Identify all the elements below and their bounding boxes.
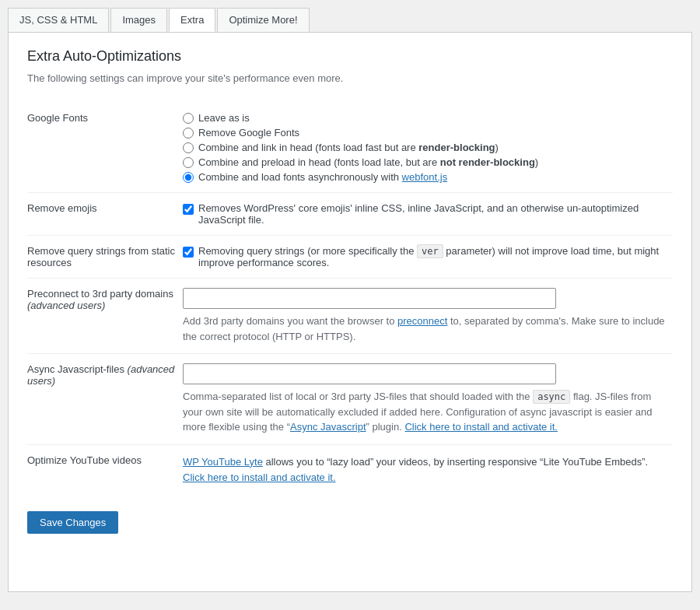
install-youtube-link[interactable]: Click here to install and activate it. (183, 472, 336, 483)
preconnect-label-em: (advanced users) (27, 300, 105, 311)
youtube-label: Optimize YouTube videos (27, 444, 183, 496)
async-js-label-text: Async Javascript-files (27, 363, 128, 375)
preconnect-description: Add 3rd party domains you want the brows… (183, 314, 665, 344)
preconnect-label: Preconnect to 3rd party domains (advance… (27, 279, 183, 354)
settings-panel: Extra Auto-Optimizations The following s… (8, 32, 692, 592)
webfont-link[interactable]: webfont.js (402, 171, 448, 183)
remove-emojis-checkbox-label[interactable]: Removes WordPress' core emojis' inline C… (183, 202, 665, 226)
tab-bar: JS, CSS & HTML Images Extra Optimize Mor… (8, 8, 692, 32)
remove-query-strings-checkbox-label[interactable]: Removing query strings (or more specific… (183, 245, 665, 268)
wp-youtube-lyte-link[interactable]: WP YouTube Lyte (183, 456, 263, 468)
tab-optimize-more[interactable]: Optimize More! (217, 8, 309, 32)
youtube-row: Optimize YouTube videos WP YouTube Lyte … (27, 444, 673, 496)
tab-js-css-html[interactable]: JS, CSS & HTML (8, 8, 109, 32)
async-javascript-plugin-link[interactable]: Async Javascript (290, 421, 366, 433)
gf-leave-label: Leave as is (198, 112, 250, 124)
gf-remove-radio[interactable] (183, 128, 194, 138)
youtube-controls: WP YouTube Lyte allows you to “lazy load… (183, 444, 673, 496)
gf-combine-link[interactable]: Combine and link in head (fonts load fas… (183, 142, 665, 153)
remove-query-strings-label: Remove query strings from static resourc… (27, 236, 183, 279)
gf-combine-link-radio[interactable] (183, 142, 194, 153)
remove-query-strings-desc: Removing query strings (or more specific… (198, 245, 665, 268)
gf-combine-preload-label: Combine and preload in head (fonts load … (198, 156, 538, 168)
async-js-row: Async Javascript-files (advanced users) … (27, 354, 673, 445)
gf-combine-preload[interactable]: Combine and preload in head (fonts load … (183, 156, 665, 168)
preconnect-link[interactable]: preconnect (397, 315, 447, 327)
google-fonts-controls: Leave as is Remove Google Fonts Combine … (183, 103, 673, 193)
settings-table: Google Fonts Leave as is Remove Google F… (27, 103, 673, 496)
gf-async[interactable]: Combine and load fonts asynchronously wi… (183, 171, 665, 183)
save-changes-button[interactable]: Save Changes (27, 511, 118, 534)
remove-query-strings-checkbox[interactable] (183, 247, 194, 258)
gf-async-radio[interactable] (183, 172, 194, 183)
panel-title: Extra Auto-Optimizations (27, 48, 673, 65)
google-fonts-label: Google Fonts (27, 103, 183, 193)
gf-remove-label: Remove Google Fonts (198, 127, 299, 138)
google-fonts-radio-group: Leave as is Remove Google Fonts Combine … (183, 112, 665, 183)
gf-async-label: Combine and load fonts asynchronously wi… (198, 171, 447, 183)
gf-remove-fonts[interactable]: Remove Google Fonts (183, 127, 665, 138)
async-code-tag: async (533, 390, 570, 404)
tab-images[interactable]: Images (110, 8, 167, 32)
gf-leave-radio[interactable] (183, 113, 194, 124)
gf-combine-link-label: Combine and link in head (fonts load fas… (198, 142, 499, 153)
preconnect-row: Preconnect to 3rd party domains (advance… (27, 279, 673, 354)
remove-emojis-label: Remove emojis (27, 193, 183, 236)
remove-emojis-checkbox[interactable] (183, 204, 194, 215)
preconnect-label-text: Preconnect to 3rd party domains (27, 288, 173, 300)
remove-emojis-desc: Removes WordPress' core emojis' inline C… (198, 202, 665, 226)
gf-combine-preload-radio[interactable] (183, 157, 194, 168)
install-async-link[interactable]: Click here to install and activate it. (404, 421, 558, 433)
gf-leave-as-is[interactable]: Leave as is (183, 112, 665, 124)
youtube-description: WP YouTube Lyte allows you to “lazy load… (183, 454, 665, 487)
remove-query-strings-controls: Removing query strings (or more specific… (183, 236, 673, 279)
remove-query-strings-row: Remove query strings from static resourc… (27, 236, 673, 279)
preconnect-controls: Add 3rd party domains you want the brows… (183, 279, 673, 354)
remove-emojis-row: Remove emojis Removes WordPress' core em… (27, 193, 673, 236)
preconnect-input[interactable] (183, 288, 556, 309)
ver-code-tag: ver (417, 244, 443, 258)
panel-description: The following settings can improve your … (27, 72, 673, 84)
async-js-label: Async Javascript-files (advanced users) (27, 354, 183, 445)
google-fonts-row: Google Fonts Leave as is Remove Google F… (27, 103, 673, 193)
async-js-controls: Comma-separated list of local or 3rd par… (183, 354, 673, 445)
tab-extra[interactable]: Extra (169, 8, 215, 32)
async-js-description: Comma-separated list of local or 3rd par… (183, 389, 665, 435)
remove-emojis-controls: Removes WordPress' core emojis' inline C… (183, 193, 673, 236)
async-js-input[interactable] (183, 363, 556, 384)
